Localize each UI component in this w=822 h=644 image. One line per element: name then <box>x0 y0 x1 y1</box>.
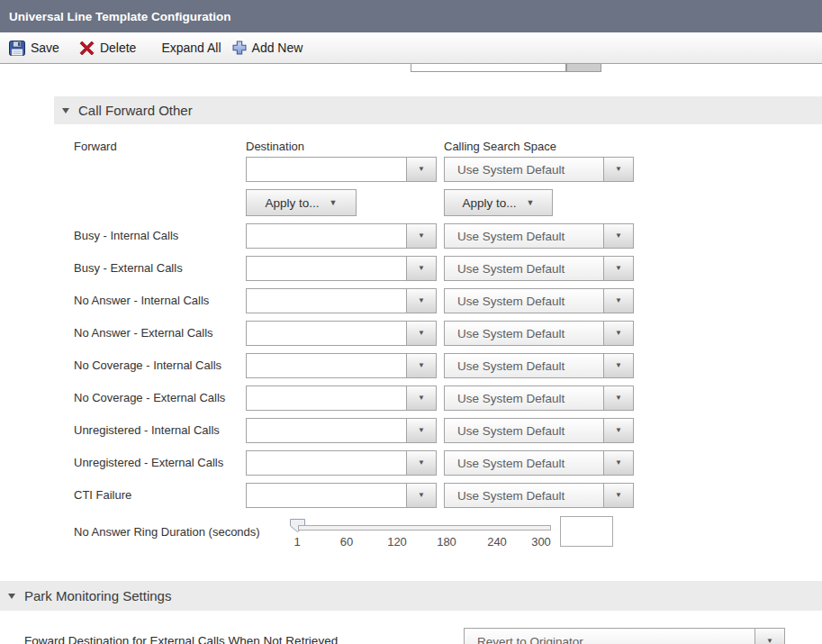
destination-combobox[interactable]: ▼ <box>246 288 437 313</box>
clipped-combobox[interactable] <box>411 64 601 72</box>
calling-search-space-combobox[interactable]: Use System Default ▼ <box>444 223 634 249</box>
save-label: Save <box>31 41 59 55</box>
calling-search-space-combobox[interactable]: Use System Default ▼ <box>444 418 634 443</box>
chevron-down-icon: ▼ <box>615 232 622 240</box>
chevron-down-icon: ▼ <box>418 330 425 337</box>
calling-search-space-value[interactable]: Use System Default <box>445 354 603 377</box>
expand-all-button[interactable]: Expand All <box>161 41 221 55</box>
dropdown-button[interactable]: ▼ <box>406 354 436 377</box>
dropdown-button[interactable]: ▼ <box>406 419 436 442</box>
destination-input[interactable] <box>247 451 406 475</box>
destination-input[interactable] <box>247 322 406 345</box>
destination-combobox[interactable]: ▼ <box>246 450 437 476</box>
chevron-down-icon: ▼ <box>418 265 425 272</box>
dropdown-button[interactable]: ▼ <box>603 257 633 280</box>
destination-input[interactable] <box>247 419 406 442</box>
slider-tick-label: 300 <box>531 535 551 549</box>
dropdown-button[interactable]: ▼ <box>406 289 436 313</box>
calling-search-space-value[interactable]: Use System Default <box>445 224 603 248</box>
calling-search-space-combobox[interactable]: Use System Default ▼ <box>444 483 634 508</box>
destination-combobox[interactable]: ▼ <box>246 353 437 378</box>
delete-label: Delete <box>100 41 136 55</box>
dropdown-button[interactable]: ▼ <box>406 257 436 280</box>
destination-combobox[interactable]: ▼ <box>246 223 437 249</box>
dropdown-button[interactable]: ▼ <box>406 484 436 507</box>
forward-destination-input[interactable] <box>247 158 406 181</box>
dropdown-button[interactable]: ▼ <box>754 629 784 644</box>
destination-input[interactable] <box>247 224 406 248</box>
calling-search-space-value[interactable]: Use System Default <box>445 451 603 475</box>
dropdown-button[interactable]: ▼ <box>406 386 436 410</box>
clipped-combobox-button[interactable] <box>566 64 601 72</box>
ring-duration-value-box[interactable] <box>560 516 613 547</box>
collapse-triangle-icon <box>62 108 69 113</box>
dropdown-button[interactable]: ▼ <box>603 484 633 507</box>
row-label: No Coverage - External Calls <box>74 391 225 404</box>
row-label: Busy - External Calls <box>74 261 183 275</box>
dropdown-button[interactable]: ▼ <box>603 158 633 181</box>
dropdown-button[interactable]: ▼ <box>603 354 633 377</box>
calling-search-space-value[interactable]: Use System Default <box>445 386 603 410</box>
dropdown-button[interactable]: ▼ <box>406 451 436 475</box>
destination-combobox[interactable]: ▼ <box>246 483 437 508</box>
section-park-monitoring-settings[interactable]: Park Monitoring Settings <box>0 581 822 611</box>
destination-input[interactable] <box>247 289 406 313</box>
apply-to-calling-search-space-button[interactable]: Apply to... ▼ <box>444 189 553 216</box>
calling-search-space-value[interactable]: Use System Default <box>445 257 603 280</box>
destination-input[interactable] <box>247 354 406 377</box>
ring-duration-label: No Answer Ring Duration (seconds) <box>74 525 260 539</box>
calling-search-space-combobox[interactable]: Use System Default ▼ <box>444 321 634 346</box>
chevron-down-icon: ▼ <box>615 362 622 369</box>
row-label: Unregistered - External Calls <box>74 456 223 469</box>
ring-duration-slider-track[interactable] <box>298 525 551 531</box>
save-button[interactable]: Save <box>9 41 59 56</box>
window-title-bar: Universal Line Template Configuration <box>0 0 822 32</box>
destination-column-header: Destination <box>246 140 304 153</box>
chevron-down-icon: ▼ <box>418 297 425 304</box>
dropdown-button[interactable]: ▼ <box>603 322 633 345</box>
add-new-button[interactable]: Add New <box>232 41 303 55</box>
expand-all-label: Expand All <box>161 41 221 55</box>
calling-search-space-combobox[interactable]: Use System Default ▼ <box>444 353 634 378</box>
destination-input[interactable] <box>247 484 406 507</box>
dropdown-button[interactable]: ▼ <box>603 451 633 475</box>
calling-search-space-value[interactable]: Use System Default <box>445 322 603 345</box>
destination-input[interactable] <box>247 386 406 410</box>
dropdown-button[interactable]: ▼ <box>406 322 436 345</box>
calling-search-space-value[interactable]: Use System Default <box>445 419 603 442</box>
row-label: Busy - Internal Calls <box>74 229 178 242</box>
destination-combobox[interactable]: ▼ <box>246 256 437 281</box>
calling-search-space-value[interactable]: Use System Default <box>445 484 603 507</box>
forward-calling-search-space-value[interactable]: Use System Default <box>445 158 603 181</box>
row-label: No Answer - External Calls <box>74 326 213 340</box>
dropdown-button[interactable]: ▼ <box>603 224 633 248</box>
dropdown-button[interactable]: ▼ <box>603 386 633 410</box>
delete-button[interactable]: Delete <box>79 41 136 56</box>
collapse-triangle-icon <box>8 594 15 599</box>
calling-search-space-combobox[interactable]: Use System Default ▼ <box>444 256 634 281</box>
chevron-down-icon: ▼ <box>615 297 622 304</box>
clipped-combobox-field[interactable] <box>411 64 566 72</box>
calling-search-space-value[interactable]: Use System Default <box>445 289 603 313</box>
dropdown-button[interactable]: ▼ <box>406 158 436 181</box>
section-call-forward-other[interactable]: Call Forward Other <box>54 96 822 124</box>
calling-search-space-combobox[interactable]: Use System Default ▼ <box>444 288 634 313</box>
apply-to-destination-button[interactable]: Apply to... ▼ <box>246 189 357 216</box>
slider-tick-label: 240 <box>487 535 507 549</box>
destination-input[interactable] <box>247 257 406 280</box>
destination-combobox[interactable]: ▼ <box>246 385 437 411</box>
park-forward-destination-value[interactable]: Revert to Originator <box>465 629 754 644</box>
calling-search-space-combobox[interactable]: Use System Default ▼ <box>444 385 634 411</box>
forward-destination-combobox[interactable]: ▼ <box>246 157 437 182</box>
toolbar: Save Delete Expand All <box>0 32 822 64</box>
dropdown-button[interactable]: ▼ <box>406 224 436 248</box>
dropdown-button[interactable]: ▼ <box>603 419 633 442</box>
park-forward-destination-combobox[interactable]: Revert to Originator ▼ <box>464 628 785 644</box>
forward-calling-search-space-combobox[interactable]: Use System Default ▼ <box>444 157 634 182</box>
calling-search-space-combobox[interactable]: Use System Default ▼ <box>444 450 634 476</box>
destination-combobox[interactable]: ▼ <box>246 321 437 346</box>
forward-column-header: Forward <box>74 140 117 153</box>
destination-combobox[interactable]: ▼ <box>246 418 437 443</box>
dropdown-button[interactable]: ▼ <box>603 289 633 313</box>
slider-tick-label: 180 <box>437 535 456 549</box>
